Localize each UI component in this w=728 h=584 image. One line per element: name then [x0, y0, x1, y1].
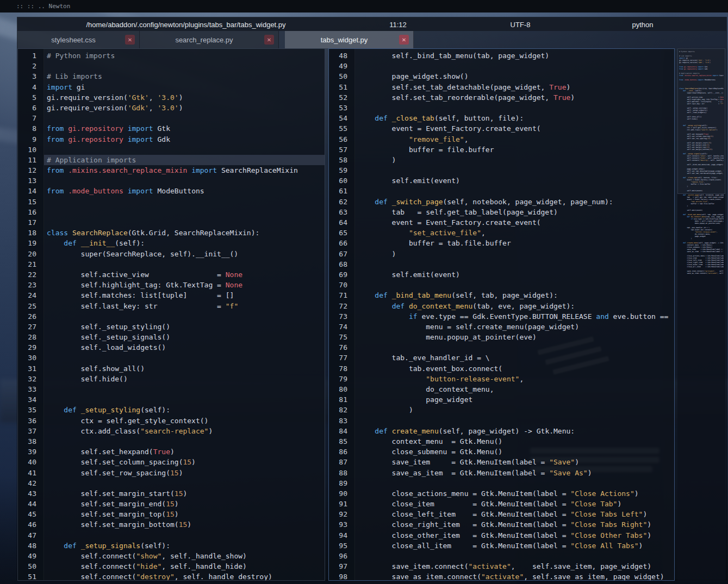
code-line[interactable]: context_menu = Gtk.Menu()	[358, 436, 674, 447]
code-line[interactable]: self.set_row_spacing(15)	[47, 468, 325, 478]
code-line[interactable]: # Python imports	[47, 51, 325, 61]
code-line[interactable]: self.set_column_spacing(15)	[47, 457, 325, 467]
code-line[interactable]: self.active_view = None	[47, 269, 325, 280]
code-line[interactable]: tab = self.get_tab_label(page_widget)	[358, 207, 674, 217]
code-line[interactable]: self._bind_tab_menu(tab, page_widget)	[358, 51, 674, 61]
code-line[interactable]	[358, 61, 674, 71]
tab-search_replace.py[interactable]: search_replace.py✕	[140, 31, 279, 48]
code-line[interactable]: close_all_item = Gtk.MenuItem(label = "C…	[358, 541, 674, 551]
code-line[interactable]	[47, 436, 325, 447]
code-line[interactable]: super(SearchReplace, self).__init__()	[47, 249, 325, 259]
code-line[interactable]: close_right_item = Gtk.MenuItem(label = …	[358, 519, 674, 530]
code-line[interactable]: from gi.repository import Gdk	[47, 134, 325, 145]
code-line[interactable]: event = Event_Factory.create_event(	[358, 217, 674, 228]
code-line[interactable]: def _bind_tab_menu(self, tab, page_widge…	[358, 290, 674, 300]
code-line[interactable]	[47, 394, 325, 405]
code-line[interactable]	[47, 207, 325, 217]
code-line[interactable]: self.matches: list[tuple] = []	[47, 290, 325, 300]
code-line[interactable]: )	[358, 155, 674, 165]
code-line[interactable]: menu = self.create_menu(page_widget)	[358, 322, 674, 332]
code-line[interactable]: self.hide()	[47, 374, 325, 384]
code-line[interactable]: def _setup_signals(self):	[47, 541, 325, 551]
code-line[interactable]: gi.require_version('Gdk', '3.0')	[47, 103, 325, 113]
minimap[interactable]: # Python imports# Lib importsimport gigi…	[677, 48, 725, 581]
code-line[interactable]: page_widget.show()	[358, 71, 674, 81]
tab-close-icon[interactable]: ✕	[125, 35, 135, 45]
code-line[interactable]: self._setup_styling()	[47, 322, 325, 332]
code-line[interactable]: close_item = Gtk.MenuItem(label = "Close…	[358, 499, 674, 509]
code-line[interactable]: "remove_file",	[358, 134, 674, 145]
code-line[interactable]: self.set_margin_bottom(15)	[47, 519, 325, 530]
code-line[interactable]: def _switch_page(self, notebook, page_wi…	[358, 197, 674, 207]
code-line[interactable]: buffer = tab.file.buffer	[358, 238, 674, 248]
code-line[interactable]	[47, 113, 325, 123]
code-line[interactable]: close_submenu = Gtk.Menu()	[358, 447, 674, 457]
minimap-viewport[interactable]	[677, 48, 725, 194]
code-line[interactable]: self.set_tab_detachable(page_widget, Tru…	[358, 82, 674, 92]
code-line[interactable]: save_item = Gtk.MenuItem(label = "Save")	[358, 457, 674, 467]
language-indicator[interactable]: python	[632, 20, 653, 28]
code-line[interactable]: def _close_tab(self, button, file):	[358, 113, 674, 123]
code-line[interactable]	[47, 530, 325, 541]
code-line[interactable]	[47, 175, 325, 186]
code-line[interactable]: )	[358, 405, 674, 415]
code-line[interactable]: class SearchReplace(Gtk.Grid, SearchRepl…	[47, 228, 325, 238]
code-line[interactable]: def create_menu(self, page_widget) -> Gt…	[358, 426, 674, 436]
code-line[interactable]	[47, 217, 325, 228]
code-line[interactable]: def __init__(self):	[47, 238, 325, 248]
tab-stylesheet.css[interactable]: stylesheet.css✕	[17, 31, 140, 48]
code-line[interactable]	[47, 145, 325, 155]
code-line[interactable]: tab.event_box.connect(	[358, 363, 674, 374]
code-line[interactable]: self.connect("hide", self._handle_hide)	[47, 561, 325, 572]
code-line[interactable]: ctx.add_class("search-replace")	[47, 426, 325, 436]
code-area[interactable]: self._bind_tab_menu(tab, page_widget) pa…	[355, 49, 674, 580]
code-line[interactable]: # Application imports	[44, 155, 325, 165]
code-line[interactable]	[47, 61, 325, 71]
code-line[interactable]: tab._eve_handler_id = \	[358, 353, 674, 363]
code-line[interactable]	[358, 478, 674, 488]
code-line[interactable]: "set_active_file",	[358, 228, 674, 238]
code-line[interactable]: def _setup_styling(self):	[47, 405, 325, 415]
code-line[interactable]: # Lib imports	[47, 71, 325, 81]
encoding-indicator[interactable]: UTF-8	[511, 20, 531, 28]
code-line[interactable]	[358, 165, 674, 175]
code-line[interactable]: close_other_item = Gtk.MenuItem(label = …	[358, 530, 674, 541]
code-line[interactable]: menu.popup_at_pointer(eve)	[358, 332, 674, 342]
code-line[interactable]: gi.require_version('Gtk', '3.0')	[47, 92, 325, 103]
code-line[interactable]	[47, 478, 325, 488]
code-line[interactable]: self._load_widgets()	[47, 342, 325, 353]
code-line[interactable]	[47, 259, 325, 269]
tab-tabs_widget.py[interactable]: tabs_widget.py✕	[285, 31, 414, 48]
code-area[interactable]: # Python imports# Lib importsimport gigi…	[44, 49, 325, 580]
code-line[interactable]: buffer = file.buffer	[358, 145, 674, 155]
code-line[interactable]	[47, 384, 325, 394]
code-line[interactable]	[358, 186, 674, 196]
code-line[interactable]: save_as_item.connect("activate", self.sa…	[358, 572, 674, 580]
code-line[interactable]	[358, 259, 674, 269]
code-line[interactable]	[358, 342, 674, 353]
code-line[interactable]: event = Event_Factory.create_event(	[358, 123, 674, 134]
code-line[interactable]	[47, 197, 325, 207]
code-line[interactable]: import gi	[47, 82, 325, 92]
code-line[interactable]: do_context_menu,	[358, 384, 674, 394]
code-line[interactable]: self._setup_signals()	[47, 332, 325, 342]
code-line[interactable]	[47, 353, 325, 363]
code-line[interactable]: save_as_item = Gtk.MenuItem(label = "Sav…	[358, 468, 674, 478]
code-line[interactable]: def do_context_menu(tab, eve, page_widge…	[358, 301, 674, 311]
code-line[interactable]: self.set_hexpand(True)	[47, 447, 325, 457]
code-line[interactable]: self.emit(event)	[358, 175, 674, 186]
code-line[interactable]: ctx = self.get_style_context()	[47, 416, 325, 426]
code-line[interactable]	[358, 416, 674, 426]
code-line[interactable]: self.set_margin_start(15)	[47, 488, 325, 499]
code-line[interactable]: self.set_tab_reorderable(page_widget, Tr…	[358, 92, 674, 103]
code-line[interactable]: "button-release-event",	[358, 374, 674, 384]
code-line[interactable]: save_item.connect("activate", self.save_…	[358, 561, 674, 572]
code-pane-left[interactable]: 1234567891011121314151617181920212223242…	[17, 48, 325, 581]
code-line[interactable]: if eve.type == Gdk.EventType.BUTTON_RELE…	[358, 311, 674, 322]
code-line[interactable]: page_widget	[358, 394, 674, 405]
code-line[interactable]: self.emit(event)	[358, 269, 674, 280]
code-line[interactable]: self.set_margin_end(15)	[47, 499, 325, 509]
code-line[interactable]	[358, 551, 674, 561]
code-line[interactable]: from .mixins.search_replace_mixin import…	[47, 165, 325, 175]
code-line[interactable]: self.connect("show", self._handle_show)	[47, 551, 325, 561]
